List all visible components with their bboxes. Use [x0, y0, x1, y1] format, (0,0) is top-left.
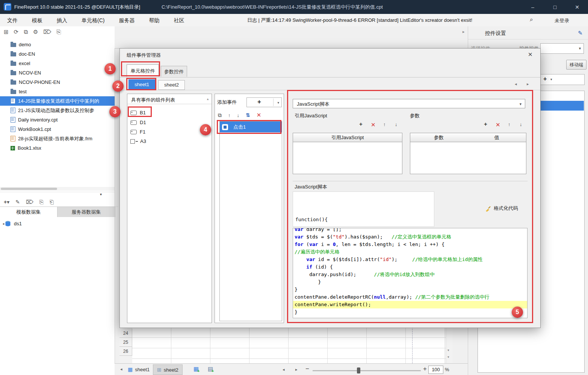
- dialog-sheet-prev-icon[interactable]: ◂: [515, 82, 517, 87]
- component-label: A3: [140, 138, 146, 144]
- tree-item-label: test: [19, 89, 27, 94]
- spreadsheet-grid[interactable]: [132, 327, 446, 363]
- delete-event-icon[interactable]: ✕: [257, 112, 262, 118]
- tree-item[interactable]: 14-JS批量修改复选框选中行中某列的: [0, 96, 115, 106]
- tab-template-datasets[interactable]: 模板数据集: [0, 206, 57, 217]
- component-item-A3[interactable]: A3: [127, 137, 212, 146]
- scroll-down-icon[interactable]: ▾: [447, 355, 449, 359]
- sheet-next-icon[interactable]: ▸: [295, 367, 298, 372]
- sheet-icon: ▦: [128, 366, 133, 372]
- menu-cell[interactable]: 单元格(C): [74, 14, 112, 26]
- add-dataset-icon[interactable]: +▾: [4, 199, 9, 205]
- sheet-tab-sheet1[interactable]: ▦ sheet1: [124, 364, 153, 374]
- title-bar: FineReport 10.0 stable 2021-01-25 @DEFAU…: [0, 0, 588, 14]
- delete-icon[interactable]: ⌦: [43, 29, 51, 35]
- row-header[interactable]: 26: [119, 347, 132, 356]
- edit-dataset-icon[interactable]: ✎: [15, 199, 20, 205]
- file-tree: demodoc-ENexcelNCOV-ENNCOV-PHONE-ENtest1…: [0, 40, 115, 153]
- tree-item-label: 28-js实现超链接-当前表单对象.frm: [18, 135, 92, 142]
- annotation-box-event-click1: [217, 120, 281, 134]
- add-chart-sheet-icon[interactable]: ▤+: [208, 366, 213, 372]
- tab-parameter-widgets[interactable]: 参数控件: [161, 66, 187, 77]
- file-icon: [11, 98, 15, 104]
- collapse-arrow-icon[interactable]: ▾: [100, 192, 102, 196]
- component-list-panel: 具有事件的组件列表 ▲ B1 D1 F1 A3: [127, 94, 212, 323]
- dialog-close-icon[interactable]: ✕: [528, 51, 533, 58]
- mobile-button[interactable]: 移动端: [566, 60, 586, 70]
- dataset-item-ds1[interactable]: ▸ ds1: [0, 219, 115, 228]
- close-button[interactable]: ✕: [571, 3, 583, 11]
- preview-dataset-icon[interactable]: ⎘: [39, 199, 44, 205]
- tree-item[interactable]: demo: [0, 40, 115, 49]
- tree-item[interactable]: NCOV-EN: [0, 68, 115, 77]
- component-item-F1[interactable]: F1: [127, 127, 212, 137]
- zoom-percent-label: %: [445, 367, 449, 372]
- esc-dataset-icon[interactable]: ⎗: [50, 199, 54, 205]
- tree-item[interactable]: doc-EN: [0, 49, 115, 59]
- tree-item-label: demo: [19, 42, 31, 47]
- annotation-box-cell-widgets-tab: [121, 61, 160, 76]
- panel-collapse-icon[interactable]: ▸: [463, 29, 465, 34]
- move-up-icon[interactable]: ↑: [228, 112, 231, 118]
- settings-icon[interactable]: ⚙: [33, 29, 38, 35]
- zoom-slider-track[interactable]: [313, 370, 421, 371]
- zoom-slider-handle[interactable]: [357, 367, 360, 373]
- checkbox-widget-icon: [130, 139, 135, 144]
- zoom-in-icon[interactable]: +: [423, 365, 427, 373]
- menu-help[interactable]: 帮助: [142, 14, 166, 26]
- delete-dataset-icon[interactable]: ⌦: [26, 199, 33, 205]
- add-grid-sheet-icon[interactable]: ▦+: [193, 366, 199, 372]
- add-widget-dropdown[interactable]: + ▾: [540, 74, 585, 85]
- widget-select-dropdown[interactable]: ▼: [540, 43, 584, 54]
- tree-item[interactable]: Book1.xlsx: [0, 143, 115, 153]
- tab-server-datasets[interactable]: 服务器数据集: [57, 206, 115, 217]
- row-header[interactable]: 24: [119, 329, 132, 338]
- sheet-prev-icon[interactable]: ◂: [283, 367, 285, 372]
- new-report-icon[interactable]: ⊞: [4, 29, 9, 35]
- add-event-button[interactable]: + ▾: [246, 97, 282, 107]
- annotation-circle-2: 2: [112, 80, 124, 92]
- menu-file[interactable]: 文件: [0, 14, 25, 26]
- menu-insert[interactable]: 插入: [50, 14, 74, 26]
- sort-icon[interactable]: ⇅: [246, 112, 250, 118]
- dialog-sheet-next-icon[interactable]: ▸: [527, 82, 529, 87]
- window-title: FineReport 10.0 stable 2021-01-25 @DEFAU…: [14, 4, 140, 11]
- tree-item[interactable]: Daily inventory.cpt: [0, 115, 115, 124]
- tree-item[interactable]: excel: [0, 59, 115, 68]
- copy-icon[interactable]: ⎘: [57, 29, 61, 35]
- move-down-icon[interactable]: ↓: [237, 112, 240, 118]
- menu-template[interactable]: 模板: [25, 14, 50, 26]
- copy-event-icon[interactable]: ⧉: [218, 112, 222, 118]
- scroll-up-icon[interactable]: ▲: [206, 97, 209, 101]
- divider: [127, 104, 212, 104]
- tree-item[interactable]: 21-JS实现动态隐藏参数以及控制参: [0, 106, 115, 115]
- maximize-button[interactable]: □: [549, 3, 561, 11]
- tree-item[interactable]: test: [0, 87, 115, 96]
- tree-item[interactable]: WorkBook1.cpt: [0, 124, 115, 134]
- row-header[interactable]: 25: [119, 338, 132, 347]
- zoom-value-input[interactable]: 100: [428, 366, 443, 374]
- menu-server[interactable]: 服务器: [112, 14, 142, 26]
- event-list: 点击1: [219, 121, 282, 321]
- tree-h-scrollbar-thumb[interactable]: [1, 188, 57, 190]
- zoom-out-icon[interactable]: −: [305, 365, 309, 373]
- locate-icon[interactable]: ⧉: [24, 29, 28, 35]
- tree-item-label: NCOV-EN: [19, 70, 41, 76]
- sheet-scroll-left-icon[interactable]: ◂: [120, 367, 122, 372]
- tree-item[interactable]: 28-js实现超链接-当前表单对象.frm: [0, 134, 115, 143]
- dialog-tab-sheet2[interactable]: sheet2: [158, 80, 185, 90]
- refresh-icon[interactable]: ⟳: [14, 29, 19, 35]
- component-item-D1[interactable]: D1: [127, 118, 212, 127]
- annotation-box-component-b1: [128, 106, 152, 117]
- dialog-title: 组件事件管理器: [127, 52, 161, 59]
- search-icon[interactable]: ⌕: [530, 16, 533, 23]
- sheet-tab-sheet2[interactable]: ⊞ sheet2: [153, 364, 183, 375]
- scroll-down-icon[interactable]: ▾: [447, 348, 449, 352]
- minimize-button[interactable]: –: [527, 3, 538, 11]
- chevron-down-icon: ▾: [550, 77, 552, 81]
- tree-item-label: Book1.xlsx: [18, 145, 41, 151]
- edit-widget-icon[interactable]: ✎: [578, 30, 583, 36]
- menu-community[interactable]: 社区: [166, 14, 191, 26]
- login-status[interactable]: 未登录: [555, 17, 569, 24]
- tree-item[interactable]: NCOV-PHONE-EN: [0, 77, 115, 87]
